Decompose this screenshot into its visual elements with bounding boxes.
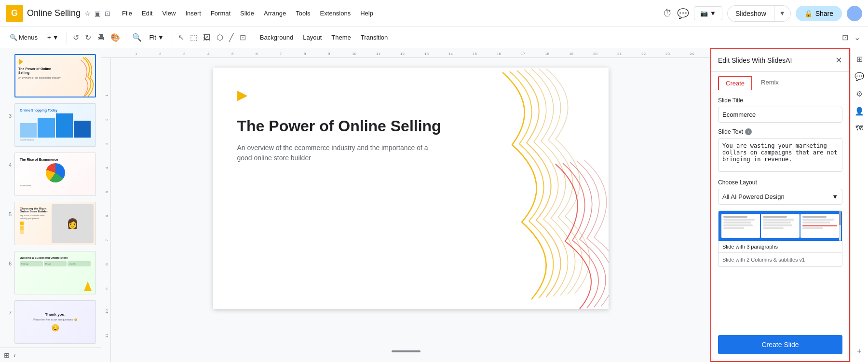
panel-body: Slide Title Slide Text i You are wasting… <box>711 90 849 331</box>
tab-remix[interactable]: Remix <box>754 76 786 90</box>
person-icon[interactable]: 👤 <box>853 104 866 118</box>
layout-option-2[interactable]: Slide with 2 Columns & subtitles v1 <box>719 252 842 266</box>
menu-extensions[interactable]: Extensions <box>316 8 355 19</box>
slide-thumb-4[interactable]: 4 The Rise of Ecommerce Market share <box>3 151 98 198</box>
slide-thumb-2[interactable]: The Power of Online Selling An overview … <box>3 52 98 99</box>
star-icon[interactable]: ☆ <box>84 10 91 17</box>
create-slide-button[interactable]: Create Slide <box>718 335 842 354</box>
svg-text:8: 8 <box>304 52 306 56</box>
layout-select[interactable]: All AI Powered Design ▼ <box>718 189 842 205</box>
image-button[interactable]: 🖼 <box>201 31 213 44</box>
layout-card-3[interactable] <box>800 214 839 238</box>
slide-title-input[interactable] <box>718 107 842 123</box>
comment-add-button[interactable]: ⊡ <box>238 31 248 44</box>
print-button[interactable]: 🖶 <box>95 31 107 44</box>
panel-close-button[interactable]: ✕ <box>835 55 842 66</box>
layout-card-1[interactable] <box>721 214 760 238</box>
slide-preview-2: The Power of Online Selling An overview … <box>14 54 96 97</box>
slide-canvas: ▶ The Power of Online Selling An overvie… <box>111 58 710 362</box>
more-options-button[interactable]: ⌄ <box>852 31 862 44</box>
accessibility-button[interactable]: ⊡ <box>840 31 850 44</box>
menu-arrange[interactable]: Arrange <box>260 8 290 19</box>
zoom-level[interactable]: Fit ▼ <box>146 32 168 43</box>
slide-text-info-icon[interactable]: i <box>745 128 752 135</box>
settings-icon[interactable]: ⚙ <box>853 87 866 100</box>
slideshow-main[interactable]: Slideshow <box>728 6 774 21</box>
lock-icon: 🔒 <box>804 10 813 17</box>
layout-preview-label: Slide with 3 paragraphs <box>719 241 842 252</box>
svg-text:24: 24 <box>690 52 694 56</box>
slide-thumb-6[interactable]: 6 Building a Successful Online Store Str… <box>3 249 98 296</box>
svg-text:7: 7 <box>280 52 282 56</box>
svg-text:21: 21 <box>617 52 622 56</box>
svg-text:5: 5 <box>231 52 234 56</box>
paint-format-button[interactable]: 🎨 <box>108 31 122 44</box>
redo-button[interactable]: ↻ <box>83 31 93 44</box>
drive-icon[interactable]: ▣ <box>95 10 101 17</box>
menu-file[interactable]: File <box>118 8 136 19</box>
camera-button[interactable]: 📷 ▼ <box>694 6 722 20</box>
add-icon[interactable]: + <box>853 345 866 358</box>
slide-thumb-5[interactable]: 5 Choosing the Right Online Store Builde… <box>3 200 98 247</box>
layout-card-2[interactable] <box>761 214 800 238</box>
svg-text:3: 3 <box>183 52 186 56</box>
svg-text:9: 9 <box>328 52 330 56</box>
svg-text:3: 3 <box>105 142 109 145</box>
tab-create[interactable]: Create <box>718 76 752 90</box>
slide-main[interactable]: ▶ The Power of Online Selling An overvie… <box>213 68 609 309</box>
collapse-panel-arrow[interactable]: ‹ <box>14 351 16 359</box>
slide-thumb-3[interactable]: 3 Online Shopping Today Growth statistic… <box>3 101 98 149</box>
svg-text:4: 4 <box>207 52 210 56</box>
chat-icon[interactable]: 💬 <box>853 70 866 83</box>
map-icon[interactable]: 🗺 <box>853 122 866 135</box>
menu-edit[interactable]: Edit <box>138 8 156 19</box>
line-button[interactable]: ╱ <box>227 31 236 44</box>
slide-thumb-7[interactable]: 7 Thank you. Please feel free to ask any… <box>3 298 98 346</box>
menu-format[interactable]: Format <box>207 8 234 19</box>
undo-button[interactable]: ↺ <box>71 31 81 44</box>
slide-text-field: Slide Text i You are wasting your market… <box>718 128 842 173</box>
plus-icon: + <box>47 34 51 41</box>
menu-help[interactable]: Help <box>356 8 377 19</box>
theme-button[interactable]: Theme <box>327 32 354 43</box>
svg-text:10: 10 <box>352 52 356 56</box>
slide-title-field: Slide Title <box>718 97 842 123</box>
top-bar-right: ⏱ 💬 📷 ▼ Slideshow ▼ 🔒 Share <box>663 5 862 22</box>
select-button[interactable]: ⬚ <box>188 31 199 44</box>
slide-num-7: 7 <box>5 310 12 316</box>
transition-button[interactable]: Transition <box>357 32 392 43</box>
svg-text:11: 11 <box>105 334 109 338</box>
menu-insert[interactable]: Insert <box>181 8 205 19</box>
history-button[interactable]: ⏱ <box>663 8 672 19</box>
svg-text:17: 17 <box>521 52 525 56</box>
slide-panel: The Power of Online Selling An overview … <box>0 48 101 362</box>
slide-preview-6: Building a Successful Online Store Strat… <box>14 251 96 294</box>
search-menus[interactable]: 🔍 Menus <box>6 32 41 43</box>
menu-tools[interactable]: Tools <box>292 8 314 19</box>
menu-view[interactable]: View <box>158 8 179 19</box>
grid-view-icon[interactable]: ⊞ <box>853 52 866 66</box>
slide-text-input[interactable]: You are wasting your marketing dollars o… <box>718 138 842 172</box>
layout-button[interactable]: Layout <box>299 32 326 43</box>
slideshow-dropdown[interactable]: ▼ <box>774 6 790 21</box>
comment-button[interactable]: 💬 <box>677 8 689 19</box>
svg-text:23: 23 <box>665 52 670 56</box>
layout-scrollbar-thumb[interactable] <box>839 211 841 225</box>
slides-ai-panel: Edit Slides With SlidesAI ✕ Create Remix… <box>710 48 850 362</box>
dropdown-icon: ▼ <box>53 34 59 41</box>
layout-label: Choose Layout <box>718 179 842 186</box>
cursor-button[interactable]: ↖ <box>176 31 186 44</box>
history-icon[interactable]: ⊡ <box>105 10 110 17</box>
separator-3 <box>172 32 172 43</box>
grid-icon[interactable]: ⊞ <box>4 351 10 359</box>
svg-text:7: 7 <box>105 239 109 241</box>
zoom-button[interactable]: 🔍 <box>130 31 144 44</box>
user-avatar[interactable] <box>847 6 862 21</box>
new-slide-button[interactable]: + ▼ <box>43 32 62 43</box>
canvas-area: 1 2 3 4 5 6 7 8 9 10 11 12 13 14 15 16 1… <box>101 48 710 362</box>
menu-slide[interactable]: Slide <box>236 8 258 19</box>
background-button[interactable]: Background <box>256 32 297 43</box>
shape-button[interactable]: ⬡ <box>215 31 225 44</box>
right-side-icons: ⊞ 💬 ⚙ 👤 🗺 + <box>850 48 868 362</box>
share-button[interactable]: 🔒 Share <box>796 6 842 21</box>
